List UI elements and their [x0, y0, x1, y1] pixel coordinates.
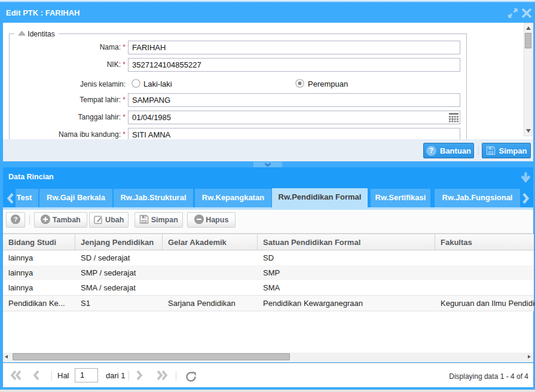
- svg-text:?: ?: [14, 216, 18, 223]
